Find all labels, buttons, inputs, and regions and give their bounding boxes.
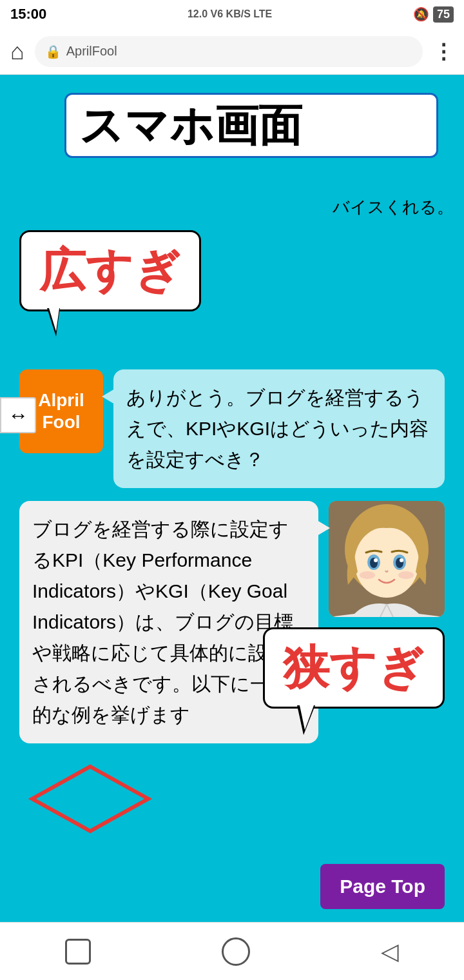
semai-annotation-bubble: 狭すぎ [263,627,445,709]
svg-marker-11 [32,767,148,831]
home-icon[interactable]: ⌂ [10,38,24,65]
main-content: バイスくれる。 広すぎ ↔ Alpril Fool ありがとう。ブログを経営する… [0,178,464,980]
title-box: スマホ画面 [64,93,438,158]
diamond-arrow [26,760,464,840]
nav-back-icon[interactable]: ◁ [381,938,399,965]
url-area: 🔒 AprilFool [35,36,423,67]
svg-point-10 [398,571,414,579]
status-bar: 15:00 12.0 V6 KB/S LTE 🔕 75 [0,0,464,28]
battery-indicator: 75 [433,6,454,23]
resize-handle[interactable]: ↔ [0,397,36,433]
semai-label: 狭すぎ [283,642,425,693]
volume-icon: 🔕 [413,6,429,22]
more-menu-icon[interactable]: ⋮ [433,39,454,64]
page-top-button[interactable]: Page Top [320,864,445,909]
page-top-label: Page Top [340,876,425,897]
user-message-text: ありがとう。ブログを経営するうえで、KPIやKGIはどういった内容を設定すべき？ [126,387,429,470]
user-message-bubble: ありがとう。ブログを経営するうえで、KPIやKGIはどういった内容を設定すべき？ [113,369,445,488]
ai-avatar [329,501,445,617]
nav-square-icon[interactable] [65,939,91,965]
partial-top-text: バイスくれる。 [0,191,464,224]
nav-circle-icon[interactable] [222,937,250,966]
user-chat-row: Alpril Fool ありがとう。ブログを経営するうえで、KPIやKGIはどう… [19,369,445,488]
hiroi-annotation-bubble: 広すぎ [19,230,201,311]
hiroi-label: 広すぎ [39,244,181,296]
svg-point-2 [354,527,419,598]
svg-point-7 [374,558,378,562]
status-right-icons: 🔕 75 [413,6,454,23]
lock-icon: 🔒 [45,44,61,59]
status-time: 15:00 [10,6,46,23]
svg-point-8 [400,558,403,562]
status-network-info: 12.0 V6 KB/S LTE [188,8,272,20]
svg-point-9 [360,571,375,579]
bottom-nav: ◁ [0,922,464,980]
title-text: スマホ画面 [79,101,302,150]
url-text: AprilFool [66,44,117,59]
url-box[interactable]: 🔒 AprilFool [35,36,423,67]
browser-bar: ⌂ 🔒 AprilFool ⋮ [0,28,464,75]
